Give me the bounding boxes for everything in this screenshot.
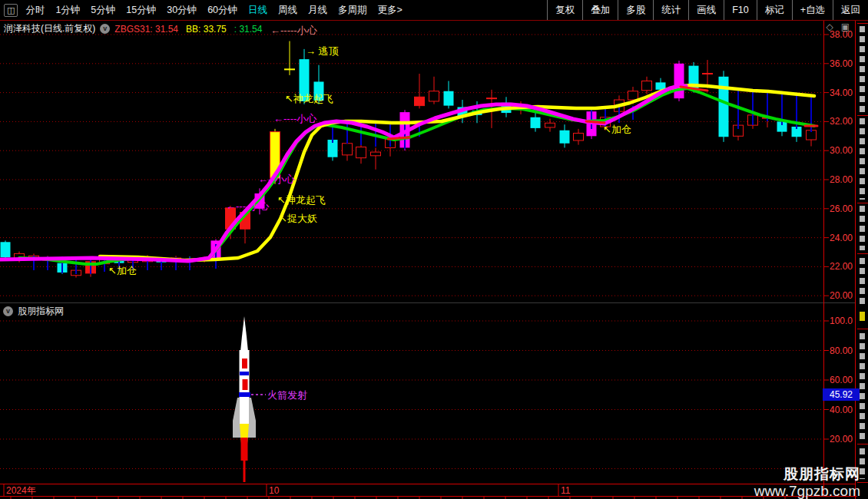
watermark: 股朋指标网 www.7gpzb.com — [754, 466, 860, 499]
y-axis-label: 32.00 — [830, 116, 853, 127]
tab-15分钟[interactable]: 15分钟 — [126, 4, 156, 17]
strip-segment — [860, 448, 865, 479]
right-edge-strip[interactable] — [857, 0, 868, 499]
candle-body — [429, 91, 439, 101]
strip-divider — [857, 203, 868, 203]
chart-annotation: ←--小心 — [258, 173, 296, 185]
button-返回[interactable]: 返回 — [833, 0, 868, 20]
strip-divider — [857, 329, 868, 329]
pane-corner-icons: ◇ ▣ — [826, 21, 850, 32]
tab-月线[interactable]: 月线 — [308, 4, 327, 17]
strip-segment — [860, 312, 865, 321]
candle-body — [531, 117, 541, 128]
tab-30分钟[interactable]: 30分钟 — [167, 4, 197, 17]
indicator-value: ZBGS31: 31.54 — [114, 24, 178, 35]
candle-body — [642, 81, 652, 90]
button-叠加[interactable]: 叠加 — [582, 0, 618, 20]
tab-60分钟[interactable]: 60分钟 — [207, 4, 237, 17]
button-多股[interactable]: 多股 — [618, 0, 653, 20]
y-axis-label: 36.00 — [830, 58, 853, 69]
sub-y-axis-label: 20.00 — [830, 434, 853, 444]
candle-body — [674, 64, 684, 98]
magenta-trend-line — [0, 86, 686, 261]
button-+自选[interactable]: +自选 — [792, 0, 833, 20]
sub-y-axis-label: 40.00 — [830, 405, 853, 415]
stock-name[interactable]: 润泽科技(日线.前复权) — [4, 22, 95, 35]
indicator-value-marker: 45.92 — [823, 388, 860, 401]
top-toolbar: ◫ 分时1分钟5分钟15分钟30分钟60分钟日线周线月线多周期更多> 复权叠加多… — [0, 0, 868, 21]
red-line-segment — [586, 121, 605, 123]
tab-5分钟[interactable]: 5分钟 — [91, 4, 115, 17]
sub-chart-annotation: 火箭发射 — [267, 389, 307, 401]
chart-annotation: ↖捉大妖 — [279, 213, 317, 224]
candle-body — [574, 134, 584, 140]
x-axis-label: 2024年 — [6, 485, 36, 496]
strip-segment — [860, 258, 865, 307]
candle-body — [356, 147, 366, 157]
x-axis-label: 10 — [269, 485, 280, 496]
candle-body — [371, 152, 381, 156]
chevron-down-icon[interactable]: v — [3, 306, 13, 316]
y-axis-label: 20.00 — [830, 290, 853, 301]
watermark-url: www.7gpzb.com — [754, 483, 860, 499]
y-axis-label: 26.00 — [830, 203, 853, 214]
candle-body — [343, 144, 353, 155]
tab-周线[interactable]: 周线 — [278, 4, 297, 17]
button-标记[interactable]: 标记 — [757, 0, 792, 20]
candle-body — [1, 242, 11, 257]
chart-annotation: ↖加仓 — [108, 265, 137, 276]
strip-divider — [857, 23, 868, 24]
chart-annotation: ←----小心 — [226, 200, 270, 212]
tab-更多>[interactable]: 更多> — [378, 4, 403, 17]
tab-1分钟[interactable]: 1分钟 — [55, 4, 80, 17]
y-axis-label: 28.00 — [830, 174, 853, 185]
button-复权[interactable]: 复权 — [547, 0, 582, 20]
button-画线[interactable]: 画线 — [688, 0, 724, 20]
diamond-icon[interactable]: ◇ — [826, 21, 833, 32]
button-F10[interactable]: F10 — [724, 0, 757, 20]
sub-y-axis-label: 100.0 — [830, 316, 853, 326]
strip-divider — [857, 253, 868, 254]
toolbar-buttons: 复权叠加多股统计画线F10标记+自选返回 — [547, 0, 868, 21]
chart-annotation: ↖神龙起飞 — [277, 194, 326, 206]
chart-annotation: ←-----小心 — [270, 25, 318, 36]
sub-y-axis-label: 80.00 — [830, 345, 853, 356]
tab-日线[interactable]: 日线 — [248, 4, 267, 17]
y-axis-label: 24.00 — [830, 233, 853, 243]
strip-divider — [857, 444, 868, 444]
sub-y-axis-label: 60.00 — [830, 375, 853, 385]
period-tabs: 分时1分钟5分钟15分钟30分钟60分钟日线周线月线多周期更多> — [25, 4, 412, 17]
red-line-segment — [388, 137, 409, 139]
pane-window-icon[interactable]: ▣ — [841, 21, 850, 32]
candle-body — [560, 131, 570, 144]
candle-body — [444, 91, 454, 106]
tab-多周期[interactable]: 多周期 — [338, 4, 367, 17]
window-layout-icon[interactable]: ◫ — [4, 4, 18, 17]
tab-分时[interactable]: 分时 — [25, 4, 45, 17]
y-axis-label: 22.00 — [830, 261, 853, 272]
rocket-icon — [233, 316, 256, 482]
y-axis-label: 34.00 — [830, 88, 853, 98]
sub-panel-title[interactable]: 股朋指标网 — [18, 305, 64, 318]
strip-segment — [860, 333, 865, 441]
strip-segment — [860, 26, 865, 112]
candle-body — [628, 91, 638, 100]
candle-body — [415, 97, 425, 105]
chart-annotation: ←----小心 — [273, 113, 317, 124]
trading-app-window: { "toolbar": { "window_icon": "◫", "tabs… — [0, 0, 868, 499]
chart-annotation: → 逃顶 — [306, 45, 340, 57]
chart-annotation: ↖加仓 — [603, 124, 631, 135]
y-axis-label: 30.00 — [830, 145, 853, 156]
chevron-down-icon[interactable]: v — [100, 24, 110, 34]
strip-segment — [860, 206, 865, 250]
chart-annotation: ↖神龙起飞 — [285, 93, 333, 104]
x-axis-label: 11 — [561, 485, 571, 496]
indicator-value: : 31.54 — [234, 24, 263, 35]
sub-panel-header: v 股朋指标网 — [3, 305, 64, 318]
indicator-values: ZBGS31: 31.54BB: 33.75: 31.54 — [114, 24, 270, 35]
button-统计[interactable]: 统计 — [653, 0, 688, 20]
strip-divider — [857, 115, 868, 116]
indicator-value: BB: 33.75 — [186, 24, 227, 35]
candle-body — [545, 123, 555, 127]
chart-canvas: 38.0036.0034.0032.0030.0028.0026.0024.00… — [0, 0, 868, 499]
